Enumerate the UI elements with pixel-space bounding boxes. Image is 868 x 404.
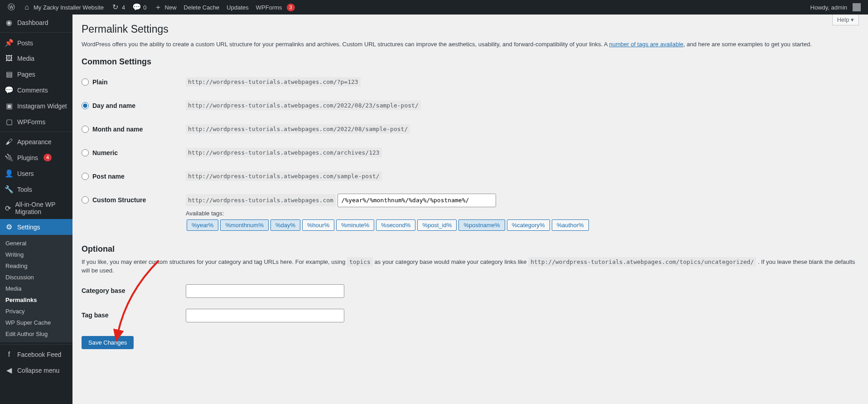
submenu-item-permalinks[interactable]: Permalinks — [0, 294, 72, 306]
tag-postname[interactable]: %postname% — [458, 219, 505, 231]
admin-sidebar: ◉Dashboard📌Posts🖼Media▤Pages💬Comments▣In… — [0, 15, 72, 367]
sample-url: http://wordpress-tutorials.atwebpages.co… — [186, 101, 421, 110]
radio-plain[interactable] — [82, 78, 89, 86]
radio-day-and-name[interactable] — [82, 102, 89, 109]
wpforms-icon: ▢ — [5, 117, 14, 126]
tools-icon: 🔧 — [5, 185, 14, 194]
sample-url: http://wordpress-tutorials.atwebpages.co… — [186, 148, 382, 157]
option-numeric[interactable]: Numeric — [82, 149, 177, 156]
facebook-icon: f — [5, 350, 14, 359]
sidebar-item-appearance[interactable]: 🖌Appearance — [0, 134, 72, 150]
delete-cache-link[interactable]: Delete Cache — [180, 0, 223, 15]
tag-minute[interactable]: %minute% — [336, 219, 374, 231]
site-title-link[interactable]: ⌂My Zacky Installer Website — [19, 0, 107, 15]
submenu-item-reading[interactable]: Reading — [0, 260, 72, 272]
sidebar-item-instagram-widget[interactable]: ▣Instagram Widget — [0, 98, 72, 114]
new-link[interactable]: ＋New — [150, 0, 180, 15]
save-changes-button[interactable]: Save Changes — [82, 336, 134, 349]
submenu-item-general[interactable]: General — [0, 238, 72, 249]
sample-url: http://wordpress-tutorials.atwebpages.co… — [186, 124, 410, 134]
plugins-badge: 4 — [43, 154, 52, 161]
radio-numeric[interactable] — [82, 149, 89, 156]
sidebar-item-pages[interactable]: ▤Pages — [0, 66, 72, 82]
sample-url: http://wordpress-tutorials.atwebpages.co… — [186, 171, 382, 181]
optional-text: If you like, you may enter custom struct… — [82, 258, 859, 275]
sidebar-item-all-in-one-wp-migration[interactable]: ⟳All-in-One WP Migration — [0, 197, 72, 219]
tag-author[interactable]: %author% — [552, 219, 589, 231]
refresh-link[interactable]: ↻4 — [107, 0, 129, 15]
wordpress-icon: ⓦ — [7, 4, 15, 11]
sample-url: http://wordpress-tutorials.atwebpages.co… — [186, 77, 361, 87]
tag-monthnum[interactable]: %monthnum% — [220, 219, 269, 231]
category-base-label: Category base — [82, 279, 181, 303]
users-icon: 👤 — [5, 169, 14, 178]
wp-logo[interactable]: ⓦ — [4, 0, 19, 15]
tags-available-link[interactable]: number of tags are available — [609, 41, 683, 48]
radio-custom-structure[interactable] — [82, 196, 89, 204]
category-base-input[interactable] — [186, 284, 344, 298]
dashboard-icon: ◉ — [5, 18, 14, 27]
settings-icon: ⚙ — [5, 223, 14, 231]
sidebar-item-facebook-feed[interactable]: fFacebook Feed — [0, 347, 72, 362]
tag-hour[interactable]: %hour% — [302, 219, 334, 231]
settings-submenu: GeneralWritingReadingDiscussionMediaPerm… — [0, 235, 72, 342]
submenu-item-privacy[interactable]: Privacy — [0, 306, 72, 317]
media-icon: 🖼 — [5, 54, 14, 63]
comments-icon: 💬 — [5, 86, 14, 94]
admin-bar: ⓦ ⌂My Zacky Installer Website ↻4 💬0 ＋New… — [0, 0, 868, 15]
custom-structure-input[interactable] — [338, 194, 496, 207]
sidebar-item-comments[interactable]: 💬Comments — [0, 82, 72, 98]
instagram-widget-icon: ▣ — [5, 102, 14, 110]
option-post-name[interactable]: Post name — [82, 173, 177, 180]
tag-buttons: %year%%monthnum%%day%%hour%%minute%%seco… — [186, 219, 854, 231]
page-title: Permalink Settings — [82, 19, 859, 37]
tag-post_id[interactable]: %post_id% — [417, 219, 457, 231]
appearance-icon: 🖌 — [5, 138, 14, 146]
sidebar-item-media[interactable]: 🖼Media — [0, 51, 72, 66]
intro-text: WordPress offers you the ability to crea… — [82, 40, 859, 49]
option-custom-structure[interactable]: Custom Structure — [82, 196, 177, 204]
submenu-item-edit-author-slug[interactable]: Edit Author Slug — [0, 328, 72, 340]
refresh-icon: ↻ — [111, 4, 119, 11]
all-in-one-wp-migration-icon: ⟳ — [5, 204, 12, 213]
wpforms-badge: 3 — [287, 4, 295, 11]
submenu-item-wp-super-cache[interactable]: WP Super Cache — [0, 317, 72, 328]
sidebar-item-posts[interactable]: 📌Posts — [0, 35, 72, 51]
plugins-icon: 🔌 — [5, 153, 14, 162]
home-icon: ⌂ — [23, 4, 31, 11]
sidebar-item-tools[interactable]: 🔧Tools — [0, 181, 72, 197]
sidebar-item-wpforms[interactable]: ▢WPForms — [0, 114, 72, 130]
tag-year[interactable]: %year% — [187, 219, 218, 231]
submenu-item-writing[interactable]: Writing — [0, 249, 72, 260]
pages-icon: ▤ — [5, 70, 14, 78]
option-month-and-name[interactable]: Month and name — [82, 126, 177, 133]
option-day-and-name[interactable]: Day and name — [82, 102, 177, 109]
collapse-icon: ◀ — [5, 366, 14, 367]
available-tags-label: Available tags: — [186, 210, 854, 217]
tag-second[interactable]: %second% — [376, 219, 415, 231]
collapse-menu[interactable]: ◀Collapse menu — [0, 362, 72, 367]
common-settings-heading: Common Settings — [82, 57, 859, 67]
updates-link[interactable]: Updates — [223, 0, 252, 15]
submenu-item-media[interactable]: Media — [0, 283, 72, 294]
help-tab[interactable]: Help ▾ — [832, 15, 859, 25]
optional-heading: Optional — [82, 244, 859, 254]
sidebar-item-users[interactable]: 👤Users — [0, 165, 72, 181]
wpforms-link[interactable]: WPForms3 — [252, 0, 299, 15]
tag-day[interactable]: %day% — [270, 219, 300, 231]
tag-base-label: Tag base — [82, 303, 181, 328]
tag-category[interactable]: %category% — [507, 219, 550, 231]
howdy-link[interactable]: Howdy, admin — [807, 0, 864, 15]
tag-base-input[interactable] — [186, 309, 344, 322]
comments-link[interactable]: 💬0 — [129, 0, 150, 15]
sidebar-item-plugins[interactable]: 🔌Plugins4 — [0, 150, 72, 165]
sidebar-item-settings[interactable]: ⚙Settings — [0, 219, 72, 235]
sidebar-item-dashboard[interactable]: ◉Dashboard — [0, 15, 72, 30]
radio-month-and-name[interactable] — [82, 126, 89, 133]
option-plain[interactable]: Plain — [82, 78, 177, 86]
plus-icon: ＋ — [154, 4, 162, 11]
posts-icon: 📌 — [5, 39, 14, 47]
submenu-item-discussion[interactable]: Discussion — [0, 272, 72, 283]
content-area: Help ▾ Permalink Settings WordPress offe… — [72, 15, 868, 367]
radio-post-name[interactable] — [82, 173, 89, 180]
